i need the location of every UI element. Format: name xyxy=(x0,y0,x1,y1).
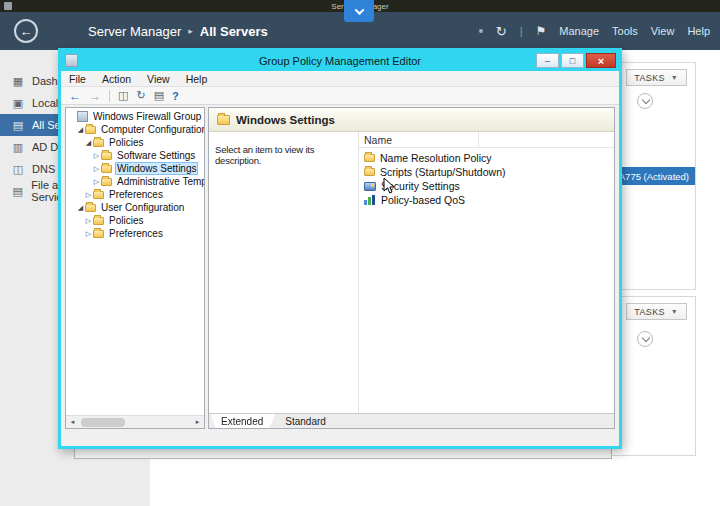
expander-icon[interactable]: ◢ xyxy=(76,204,85,212)
ad-ds-icon: ▥ xyxy=(12,141,24,154)
expander-icon[interactable]: ◢ xyxy=(76,126,85,134)
back-button[interactable]: ← xyxy=(14,19,38,43)
export-list-icon[interactable]: ▤ xyxy=(154,89,164,102)
gpme-titlebar[interactable]: Group Policy Management Editor – □ × xyxy=(61,51,619,71)
tasks-label: TASKS xyxy=(634,307,665,317)
header-divider: | xyxy=(520,25,523,37)
chevron-down-icon xyxy=(354,5,364,15)
help-icon[interactable]: ? xyxy=(172,90,179,102)
scrollbar-thumb[interactable] xyxy=(81,418,125,427)
menu-manage[interactable]: Manage xyxy=(559,25,599,37)
dns-icon: ◫ xyxy=(12,163,24,176)
collapse-section-button[interactable] xyxy=(637,93,653,109)
menu-view[interactable]: View xyxy=(147,73,170,85)
folder-icon xyxy=(93,139,104,147)
horizontal-scrollbar[interactable]: ◂ ▸ xyxy=(66,415,204,428)
back-arrow-icon: ← xyxy=(20,24,33,39)
status-dot-icon xyxy=(479,29,483,33)
tasks-button[interactable]: TASKS ▾ xyxy=(626,303,687,320)
breadcrumb: Server Manager ▸ All Servers xyxy=(88,12,268,50)
scrollbar-track[interactable] xyxy=(79,416,191,429)
list-rows: Name Resolution Policy Scripts (Startup/… xyxy=(359,148,614,207)
tree-item-label: Windows Settings xyxy=(115,162,198,175)
results-pane-content: Select an item to view its description. … xyxy=(209,132,614,413)
tree-item-administrative-templates[interactable]: ▷ Administrative Temp xyxy=(66,175,204,188)
tree-item-user-policies[interactable]: ▷ Policies xyxy=(66,214,204,227)
tree-item-software-settings[interactable]: ▷ Software Settings xyxy=(66,149,204,162)
tree-item-label: Preferences xyxy=(107,189,165,200)
list-item-name-resolution-policy[interactable]: Name Resolution Policy xyxy=(359,151,614,165)
tree-item-policies[interactable]: ◢ Policies xyxy=(66,136,204,149)
results-pane-header: Windows Settings xyxy=(209,108,614,132)
folder-icon xyxy=(101,165,112,173)
tree-item-preferences[interactable]: ▷ Preferences xyxy=(66,188,204,201)
list-item-policy-based-qos[interactable]: Policy-based QoS xyxy=(359,193,614,207)
refresh-icon[interactable]: ↻ xyxy=(496,24,507,39)
tree-item-user-configuration[interactable]: ◢ User Configuration xyxy=(66,201,204,214)
list-item-security-settings[interactable]: Security Settings xyxy=(359,179,614,193)
close-button[interactable]: × xyxy=(586,53,616,68)
collapse-section-button[interactable] xyxy=(637,331,653,347)
tree-item-label: Policies xyxy=(107,215,145,226)
tree-item-user-preferences[interactable]: ▷ Preferences xyxy=(66,227,204,240)
folder-icon xyxy=(101,152,112,160)
scripts-folder-icon xyxy=(364,168,375,176)
tree-item-root[interactable]: Windows Firewall Group Policy xyxy=(66,110,204,123)
tree-item-label: Administrative Temp xyxy=(115,176,204,187)
local-server-icon: ▣ xyxy=(12,97,24,110)
expander-icon[interactable]: ▷ xyxy=(92,152,101,160)
items-list: Name Name Resolution Policy Scripts (Sta… xyxy=(359,132,614,413)
item-description: Select an item to view its description. xyxy=(209,132,359,413)
window-controls: – □ × xyxy=(536,53,616,68)
list-item-label: Scripts (Startup/Shutdown) xyxy=(380,166,505,178)
scroll-left-icon[interactable]: ◂ xyxy=(66,416,79,429)
maximize-button[interactable]: □ xyxy=(561,53,584,68)
breadcrumb-current[interactable]: All Servers xyxy=(200,24,268,39)
expander-icon[interactable]: ▷ xyxy=(92,165,101,173)
breadcrumb-root[interactable]: Server Manager xyxy=(88,24,181,39)
expander-icon[interactable]: ▷ xyxy=(84,191,93,199)
notifications-flag-icon[interactable]: ⚑ xyxy=(536,24,547,38)
menu-action[interactable]: Action xyxy=(102,73,131,85)
server-row-label: A775 (Activated) xyxy=(619,171,689,182)
minimize-button[interactable]: – xyxy=(536,53,559,68)
expander-icon[interactable]: ▷ xyxy=(84,217,93,225)
toolbar-forward-icon[interactable]: → xyxy=(89,89,101,103)
security-settings-icon xyxy=(364,182,376,191)
console-tree: Windows Firewall Group Policy ◢ Computer… xyxy=(66,110,204,414)
tab-extended[interactable]: Extended xyxy=(211,414,275,428)
folder-icon xyxy=(93,230,104,238)
console-tree-pane: Windows Firewall Group Policy ◢ Computer… xyxy=(65,107,205,429)
expander-icon[interactable]: ▷ xyxy=(84,230,93,238)
gpo-icon xyxy=(77,111,88,122)
menu-help[interactable]: Help xyxy=(186,73,208,85)
pull-down-tab[interactable] xyxy=(344,0,374,22)
sidebar-item-label: DNS xyxy=(32,163,55,175)
tree-item-computer-configuration[interactable]: ◢ Computer Configuration xyxy=(66,123,204,136)
list-item-label: Name Resolution Policy xyxy=(380,152,491,164)
tree-item-windows-settings[interactable]: ▷ Windows Settings xyxy=(66,162,204,175)
tasks-button[interactable]: TASKS ▾ xyxy=(626,69,687,86)
toolbar-back-icon[interactable]: ← xyxy=(69,89,81,103)
expander-icon[interactable]: ▷ xyxy=(92,178,101,186)
scroll-right-icon[interactable]: ▸ xyxy=(191,416,204,429)
toolbar-separator xyxy=(109,90,110,102)
menu-tools[interactable]: Tools xyxy=(612,25,638,37)
show-console-tree-icon[interactable]: ◫ xyxy=(118,89,128,102)
gpme-app-icon xyxy=(65,54,78,67)
tree-item-label: User Configuration xyxy=(99,202,186,213)
tab-standard[interactable]: Standard xyxy=(275,414,338,428)
expander-icon[interactable]: ◢ xyxy=(84,139,93,147)
column-header-name[interactable]: Name xyxy=(359,132,479,147)
tree-item-label: Software Settings xyxy=(115,150,197,161)
toolbar-refresh-icon[interactable]: ↻ xyxy=(136,89,145,102)
gpme-window: Group Policy Management Editor – □ × Fil… xyxy=(58,48,622,449)
menu-view[interactable]: View xyxy=(651,25,675,37)
list-item-scripts[interactable]: Scripts (Startup/Shutdown) xyxy=(359,165,614,179)
menu-help[interactable]: Help xyxy=(687,25,710,37)
tree-item-label: Policies xyxy=(107,137,145,148)
tree-item-label: Windows Firewall Group Policy xyxy=(91,111,204,122)
results-pane: Windows Settings Select an item to view … xyxy=(208,107,615,429)
menu-file[interactable]: File xyxy=(69,73,86,85)
view-tabs: Extended Standard xyxy=(209,413,614,428)
